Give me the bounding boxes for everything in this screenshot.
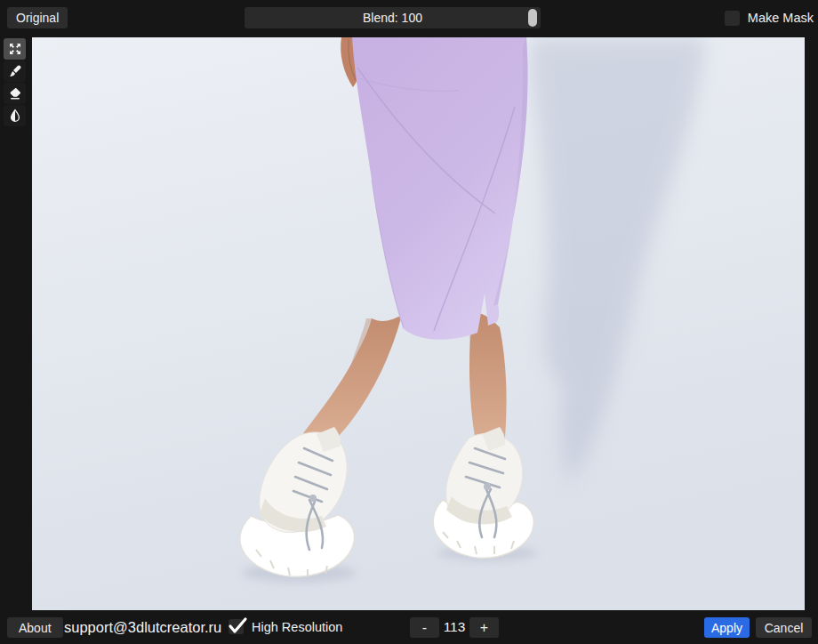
make-mask-label: Make Mask [748, 11, 814, 25]
tool-sidebar [0, 36, 32, 610]
fit-screen-tool[interactable] [4, 38, 26, 60]
brush-tool[interactable] [4, 60, 26, 82]
blend-slider[interactable]: Blend: 100 [245, 7, 541, 28]
zoom-value: 113 [439, 610, 469, 644]
photo-preview [32, 37, 805, 610]
top-bar: Original Blend: 100 Make Mask [0, 0, 818, 36]
cancel-button[interactable]: Cancel [756, 617, 812, 638]
blend-slider-handle[interactable] [528, 9, 537, 27]
bottom-bar: About support@3dlutcreator.ru High Resol… [0, 610, 818, 644]
image-preview-canvas[interactable] [32, 37, 805, 610]
zoom-out-button[interactable]: - [410, 617, 439, 638]
support-email: support@3dlutcreator.ru [64, 610, 221, 644]
original-button[interactable]: Original [7, 7, 68, 28]
contrast-droplet-icon [8, 109, 22, 123]
make-mask-checkbox[interactable] [725, 11, 740, 26]
zoom-in-button[interactable]: + [469, 617, 499, 638]
apply-button[interactable]: Apply [704, 617, 750, 638]
high-resolution-label: High Resolution [252, 610, 342, 644]
brush-icon [8, 64, 22, 78]
eraser-icon [8, 86, 22, 101]
high-resolution-checkbox[interactable] [229, 619, 244, 634]
blend-slider-label: Blend: 100 [245, 7, 541, 28]
about-button[interactable]: About [7, 617, 63, 638]
make-mask-control: Make Mask [725, 0, 814, 36]
fit-screen-icon [8, 42, 22, 56]
contrast-tool[interactable] [4, 105, 26, 126]
eraser-tool[interactable] [4, 83, 26, 104]
